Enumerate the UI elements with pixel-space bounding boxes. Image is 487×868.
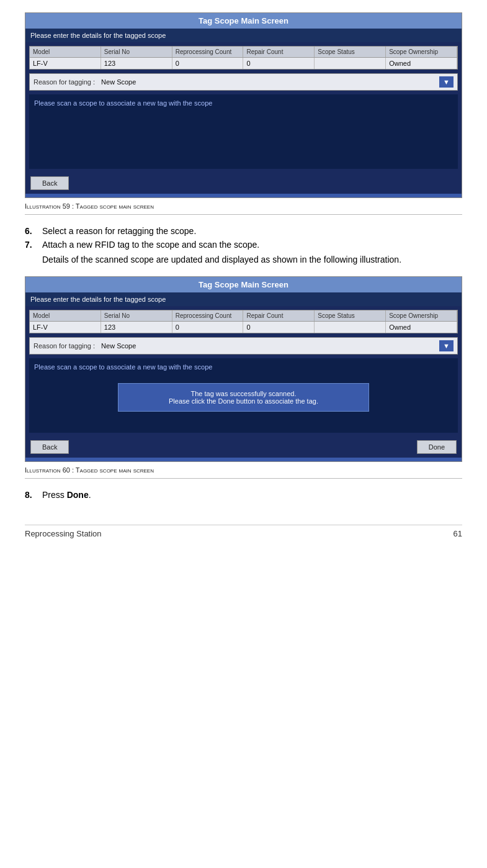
scan-area-60: Please scan a scope to associate a new t… xyxy=(29,358,458,433)
scope-table-60: Model Serial No Reprocessing Count Repai… xyxy=(29,310,458,333)
page-footer: Reprocessing Station 61 xyxy=(25,525,462,538)
cell-status xyxy=(315,58,386,69)
done-button-60[interactable]: Done xyxy=(417,440,457,454)
cell-model-60: LF-V xyxy=(30,322,101,333)
step-8-row: 8. Press Done. xyxy=(25,490,462,500)
col-reprocess-header: Reprocessing Count xyxy=(172,47,244,57)
col-model-header: Model xyxy=(30,47,101,57)
cell-ownership: Owned xyxy=(386,58,457,69)
button-row-59: Back xyxy=(25,173,462,194)
col-repair-header: Repair Count xyxy=(243,47,315,57)
col-status-header: Scope Status xyxy=(315,47,386,57)
caption-60: Illustration 60 : Tagged scope main scre… xyxy=(25,466,462,479)
scan-area-59: Please scan a scope to associate a new t… xyxy=(29,94,458,169)
back-button-59[interactable]: Back xyxy=(30,176,69,190)
col-ownership-header: Scope Ownership xyxy=(386,47,457,57)
cell-status-60 xyxy=(315,322,386,333)
col-ownership-header-60: Scope Ownership xyxy=(386,310,457,321)
steps-section: 6. Select a reason for retagging the sco… xyxy=(25,226,462,266)
cell-reprocess: 0 xyxy=(172,58,244,69)
scan-msg-line1: The tag was successfully scanned. xyxy=(128,390,359,397)
reason-value-60: New Scope xyxy=(101,342,439,350)
reason-dropdown-59[interactable]: ▼ xyxy=(439,76,453,88)
table-header-row-59: Model Serial No Reprocessing Count Repai… xyxy=(30,47,457,58)
step-6-row: 6. Select a reason for retagging the sco… xyxy=(25,226,462,236)
step-7-number: 7. xyxy=(25,240,42,250)
table-data-row-60: LF-V 123 0 0 Owned xyxy=(30,322,457,333)
step-8-text-pre: Press xyxy=(42,490,67,500)
col-reprocess-header-60: Reprocessing Count xyxy=(172,310,244,321)
reason-dropdown-60[interactable]: ▼ xyxy=(439,340,453,351)
footer-left: Reprocessing Station xyxy=(25,529,102,538)
step-7-detail: Details of the scanned scope are updated… xyxy=(42,253,462,266)
cell-serialno-60: 123 xyxy=(101,322,172,333)
caption-59: Illustration 59 : Tagged scope main scre… xyxy=(25,202,462,215)
cell-model: LF-V xyxy=(30,58,101,69)
scan-subtitle-60: Please scan a scope to associate a new t… xyxy=(34,363,453,371)
screen-title-59: Tag Scope Main Screen xyxy=(25,13,462,29)
table-data-row-59: LF-V 123 0 0 Owned xyxy=(30,58,457,69)
reason-label-59: Reason for tagging : xyxy=(34,78,95,86)
reason-label-60: Reason for tagging : xyxy=(34,342,95,350)
col-status-header-60: Scope Status xyxy=(315,310,386,321)
step-8-text-bold: Done xyxy=(67,490,89,500)
col-serialno-header-60: Serial No xyxy=(101,310,172,321)
screen-subtitle-60: Please enter the details for the tagged … xyxy=(25,292,462,306)
illustration-60-screenshot: Tag Scope Main Screen Please enter the d… xyxy=(25,276,462,462)
reason-row-60: Reason for tagging : New Scope ▼ xyxy=(29,337,458,355)
step-6-text: Select a reason for retagging the scope. xyxy=(42,226,462,236)
bottom-bar-59 xyxy=(25,194,462,197)
step-8-text-post: . xyxy=(89,490,91,500)
screen-title-60: Tag Scope Main Screen xyxy=(25,277,462,292)
reason-row-59: Reason for tagging : New Scope ▼ xyxy=(29,73,458,91)
step-7-row: 7. Attach a new RFID tag to the scope an… xyxy=(25,240,462,250)
scan-success-message: The tag was successfully scanned. Please… xyxy=(118,383,369,412)
step-6-number: 6. xyxy=(25,226,42,236)
step-8-text: Press Done. xyxy=(42,490,462,500)
scope-table-59: Model Serial No Reprocessing Count Repai… xyxy=(29,46,458,70)
scan-msg-line2: Please click the Done button to associat… xyxy=(128,397,359,405)
cell-reprocess-60: 0 xyxy=(172,322,244,333)
col-repair-header-60: Repair Count xyxy=(243,310,315,321)
col-serialno-header: Serial No xyxy=(101,47,172,57)
step-8-number: 8. xyxy=(25,490,42,500)
table-header-row-60: Model Serial No Reprocessing Count Repai… xyxy=(30,310,457,322)
button-row-60: Back Done xyxy=(25,436,462,458)
screen-subtitle-59: Please enter the details for the tagged … xyxy=(25,29,462,42)
illustration-59-screenshot: Tag Scope Main Screen Please enter the d… xyxy=(25,12,462,198)
col-model-header-60: Model xyxy=(30,310,101,321)
cell-repair: 0 xyxy=(243,58,315,69)
step-7-text: Attach a new RFID tag to the scope and s… xyxy=(42,240,462,250)
bottom-bar-60 xyxy=(25,458,462,461)
reason-value-59: New Scope xyxy=(101,78,439,86)
cell-repair-60: 0 xyxy=(243,322,315,333)
footer-right: 61 xyxy=(453,529,462,538)
cell-serialno: 123 xyxy=(101,58,172,69)
cell-ownership-60: Owned xyxy=(386,322,457,333)
scan-subtitle-59: Please scan a scope to associate a new t… xyxy=(34,99,453,107)
back-button-60[interactable]: Back xyxy=(30,440,69,454)
